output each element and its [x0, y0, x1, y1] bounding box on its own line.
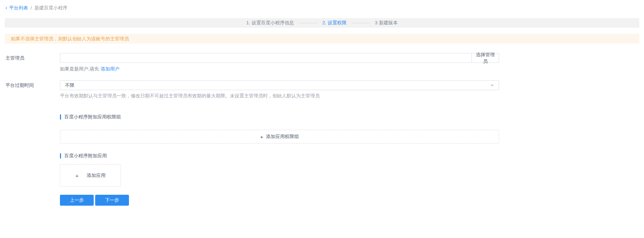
next-step-button[interactable]: 下一步	[95, 195, 129, 206]
breadcrumb: ‹平台列表/新建百度小程序	[0, 0, 644, 11]
admin-field: 选择管理员	[60, 53, 499, 63]
breadcrumb-current-page: 新建百度小程序	[35, 5, 68, 11]
apps-section-title: 百度小程序附加应用	[60, 153, 644, 159]
admin-input[interactable]	[60, 53, 472, 63]
back-chevron-icon[interactable]: ‹	[5, 4, 7, 11]
admin-hint: 如果是新用户,请先添加用户	[60, 66, 644, 72]
breadcrumb-separator: /	[31, 5, 32, 11]
section-accent-bar	[60, 114, 61, 120]
admin-hint-text: 如果是新用户,请先	[60, 66, 99, 72]
admin-input-group: 选择管理员	[60, 53, 499, 63]
step-3-new-version: 3 新建版本	[375, 20, 398, 26]
choose-admin-button[interactable]: 选择管理员	[471, 53, 499, 63]
permission-group-title-text: 百度小程序附加应用权限组	[64, 114, 121, 120]
permissions-form: 主管理员 选择管理员 如果是新用户,请先添加用户 平台过期时间 不限 平台有效期…	[0, 53, 644, 206]
previous-step-button[interactable]: 上一步	[60, 195, 94, 206]
admin-label: 主管理员	[0, 55, 60, 61]
steps-bar: 1. 设置百度小程序信息 2. 设置权限 3 新建版本	[5, 18, 639, 28]
step-2-set-permissions: 2. 设置权限	[323, 20, 347, 26]
footer-buttons: 上一步 下一步	[60, 195, 644, 206]
apps-title-text: 百度小程序附加应用	[64, 153, 107, 159]
expiry-hint: 平台有效期默认与主管理员一致，修改日期不可超过主管理员有效期的最大期限。未设置主…	[60, 93, 644, 99]
plus-icon: +	[76, 173, 79, 179]
section-accent-bar	[60, 153, 61, 158]
admin-form-row: 主管理员 选择管理员	[0, 53, 644, 63]
breadcrumb-link-platform-list[interactable]: 平台列表	[9, 5, 28, 11]
step-separator-line	[299, 23, 317, 23]
expiry-select[interactable]: 不限	[60, 80, 499, 90]
add-user-link[interactable]: 添加用户	[101, 66, 120, 72]
add-app-label: 添加应用	[86, 172, 105, 179]
add-permission-group-button[interactable]: + 添加应用权限组	[60, 130, 499, 144]
warning-banner: 如果不选择主管理员，则默认创始人为该账号的主管理员	[5, 34, 639, 44]
expiry-field: 不限	[60, 80, 499, 90]
permission-group-section-title: 百度小程序附加应用权限组	[60, 114, 644, 120]
add-permission-group-label: 添加应用权限组	[266, 133, 299, 140]
step-1-setup-info: 1. 设置百度小程序信息	[246, 20, 294, 26]
expiry-selected-value: 不限	[65, 82, 74, 88]
chevron-down-icon	[490, 85, 494, 86]
expiry-form-row: 平台过期时间 不限	[0, 80, 644, 90]
expiry-label: 平台过期时间	[0, 82, 60, 89]
add-app-button[interactable]: + 添加应用	[60, 164, 121, 187]
plus-icon: +	[260, 134, 263, 140]
step-separator-line	[352, 23, 370, 23]
